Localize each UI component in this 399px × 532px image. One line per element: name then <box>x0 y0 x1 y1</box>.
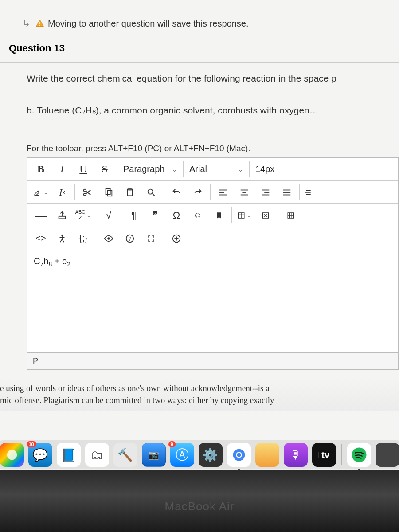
dock-chrome[interactable] <box>227 443 251 467</box>
plus-circle-icon <box>172 234 181 243</box>
dock-appstore[interactable]: 9 Ⓐ <box>170 443 194 467</box>
chevron-down-icon: ⌄ <box>43 189 48 196</box>
rich-text-editor: B I U S Paragraph ⌄ Arial ⌄ 14px ⌄ <box>27 157 399 353</box>
help-button[interactable]: ? <box>121 230 139 247</box>
paste-button[interactable] <box>121 184 139 201</box>
redo-button[interactable] <box>189 184 207 201</box>
editor-content-area[interactable]: C7h8 + o2 <box>27 250 398 352</box>
separator <box>210 184 211 200</box>
source-code-button[interactable]: <> <box>32 230 50 247</box>
find-replace-button[interactable] <box>142 184 160 201</box>
show-blocks-button[interactable]: ¶ <box>125 207 143 224</box>
svg-rect-9 <box>107 190 112 196</box>
highlight-color-button[interactable]: ⌄ <box>32 184 50 201</box>
reply-arrow-icon: ↳ <box>22 18 30 29</box>
toolbar-row-1: B I U S Paragraph ⌄ Arial ⌄ 14px <box>27 158 398 181</box>
align-center-icon <box>239 188 249 197</box>
horizontal-rule-button[interactable]: — <box>32 207 50 224</box>
blockquote-button[interactable]: ❞ <box>146 207 164 224</box>
plagiarism-line1: e using of words or ideas of others as o… <box>0 383 399 395</box>
font-size-select[interactable]: 14px <box>251 160 296 178</box>
app-icon: 📘 <box>61 448 76 462</box>
copy-icon <box>104 188 113 197</box>
bold-button[interactable]: B <box>32 160 50 178</box>
dock-photos[interactable] <box>0 443 24 467</box>
question-header: Question 13 <box>0 38 399 63</box>
dock-settings[interactable]: ⚙️ <box>199 443 223 467</box>
font-family-label: Arial <box>189 164 207 174</box>
fullscreen-icon <box>147 235 155 243</box>
element-path[interactable]: P <box>33 356 38 365</box>
align-left-button[interactable] <box>214 184 232 201</box>
dock-app1[interactable]: 📘 <box>57 443 81 467</box>
table-grid-icon <box>287 211 295 219</box>
fullscreen-button[interactable] <box>142 230 160 247</box>
chevron-down-icon: ⌄ <box>238 166 243 173</box>
align-justify-button[interactable] <box>278 184 296 201</box>
dock-appletv[interactable]: tv <box>312 443 336 467</box>
hammer-icon: 🔨 <box>117 448 133 462</box>
spellcheck-button[interactable]: ABC✓ ⌄ <box>74 207 92 224</box>
cut-button[interactable] <box>78 184 96 201</box>
dock-podcasts[interactable]: 🎙 <box>284 443 308 467</box>
dock-separator <box>341 444 342 466</box>
delete-table-button[interactable] <box>257 207 274 224</box>
copy-button[interactable] <box>100 184 117 201</box>
toolbar-hint: For the toolbar, press ALT+F10 (PC) or A… <box>0 144 399 157</box>
hardware-label: MacBook Air <box>0 500 399 513</box>
accessibility-checker-button[interactable] <box>53 230 71 247</box>
help-icon: ? <box>125 234 135 243</box>
block-format-label: Paragraph <box>123 164 164 174</box>
plagiarism-line2: mic offense. Plagiarism can be committed… <box>0 395 399 407</box>
separator <box>96 207 96 223</box>
insert-file-button[interactable] <box>53 207 71 224</box>
math-equation-button[interactable]: √ <box>100 207 117 224</box>
svg-point-12 <box>148 189 153 194</box>
upload-file-icon <box>57 211 67 220</box>
camera-icon: 📷 <box>148 450 159 460</box>
show-more-button[interactable] <box>168 230 185 247</box>
block-format-select[interactable]: Paragraph ⌄ <box>119 160 181 178</box>
svg-rect-3 <box>35 195 39 196</box>
spotify-icon <box>351 447 367 463</box>
preview-button[interactable] <box>100 230 117 247</box>
insert-table-button[interactable]: ⌄ <box>235 207 253 224</box>
search-icon <box>146 188 156 197</box>
code-sample-button[interactable]: {;} <box>74 230 92 247</box>
clear-formatting-button[interactable]: Ix <box>53 184 71 201</box>
emoticons-button[interactable]: ☺ <box>189 207 207 224</box>
italic-button[interactable]: I <box>53 160 71 178</box>
undo-button[interactable] <box>168 184 185 201</box>
svg-line-45 <box>62 239 64 242</box>
dock-app3[interactable]: 🔨 <box>113 443 137 467</box>
separator <box>231 207 232 223</box>
table-icon <box>237 211 245 219</box>
indent-button[interactable] <box>303 184 312 201</box>
dock-app5[interactable] <box>255 443 279 467</box>
special-character-button[interactable]: Ω <box>168 207 185 224</box>
separator <box>183 161 184 177</box>
app-icon: 🗂 <box>91 448 103 462</box>
svg-rect-8 <box>106 188 110 194</box>
redo-icon <box>193 188 203 197</box>
clipboard-icon <box>125 188 135 197</box>
dock-messages[interactable]: 10 💬 <box>28 443 52 467</box>
dock-app4[interactable]: 📷 <box>142 443 166 467</box>
align-right-button[interactable] <box>257 184 274 201</box>
table-properties-button[interactable] <box>282 207 300 224</box>
pencil-icon <box>34 188 42 196</box>
dock-spotify[interactable] <box>347 443 371 467</box>
strikethrough-button[interactable]: S <box>96 160 113 178</box>
font-family-select[interactable]: Arial ⌄ <box>185 160 247 178</box>
macos-dock: 10 💬 📘 🗂 🔨 📷 9 Ⓐ ⚙️ 🎙 <box>0 440 399 470</box>
auto-save-notice: ↳ Moving to another question will save t… <box>0 0 399 38</box>
separator <box>249 161 250 177</box>
plagiarism-text: e using of words or ideas of others as o… <box>0 378 399 411</box>
align-center-button[interactable] <box>235 184 253 201</box>
svg-text:?: ? <box>129 235 132 242</box>
dock-item-last[interactable] <box>376 443 399 467</box>
anchor-button[interactable] <box>210 207 228 224</box>
underline-button[interactable]: U <box>74 160 92 178</box>
text-cursor <box>70 255 71 264</box>
dock-app2[interactable]: 🗂 <box>85 443 109 467</box>
